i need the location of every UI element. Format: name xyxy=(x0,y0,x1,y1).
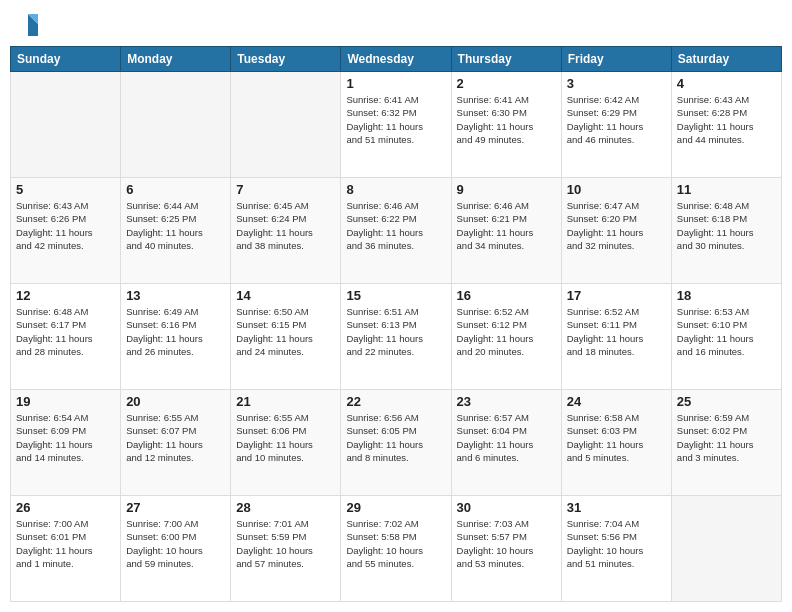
day-cell xyxy=(231,72,341,178)
day-info: Sunrise: 6:58 AM Sunset: 6:03 PM Dayligh… xyxy=(567,411,666,464)
day-info: Sunrise: 6:57 AM Sunset: 6:04 PM Dayligh… xyxy=(457,411,556,464)
day-number: 16 xyxy=(457,288,556,303)
day-cell: 5Sunrise: 6:43 AM Sunset: 6:26 PM Daylig… xyxy=(11,178,121,284)
day-cell: 4Sunrise: 6:43 AM Sunset: 6:28 PM Daylig… xyxy=(671,72,781,178)
day-cell: 9Sunrise: 6:46 AM Sunset: 6:21 PM Daylig… xyxy=(451,178,561,284)
week-row-1: 1Sunrise: 6:41 AM Sunset: 6:32 PM Daylig… xyxy=(11,72,782,178)
day-info: Sunrise: 6:52 AM Sunset: 6:11 PM Dayligh… xyxy=(567,305,666,358)
day-info: Sunrise: 7:02 AM Sunset: 5:58 PM Dayligh… xyxy=(346,517,445,570)
day-cell: 26Sunrise: 7:00 AM Sunset: 6:01 PM Dayli… xyxy=(11,496,121,602)
day-number: 5 xyxy=(16,182,115,197)
day-number: 2 xyxy=(457,76,556,91)
day-info: Sunrise: 7:00 AM Sunset: 6:01 PM Dayligh… xyxy=(16,517,115,570)
week-row-5: 26Sunrise: 7:00 AM Sunset: 6:01 PM Dayli… xyxy=(11,496,782,602)
logo xyxy=(10,10,44,40)
day-cell: 3Sunrise: 6:42 AM Sunset: 6:29 PM Daylig… xyxy=(561,72,671,178)
day-info: Sunrise: 6:44 AM Sunset: 6:25 PM Dayligh… xyxy=(126,199,225,252)
day-cell: 28Sunrise: 7:01 AM Sunset: 5:59 PM Dayli… xyxy=(231,496,341,602)
day-cell: 8Sunrise: 6:46 AM Sunset: 6:22 PM Daylig… xyxy=(341,178,451,284)
day-number: 23 xyxy=(457,394,556,409)
day-number: 4 xyxy=(677,76,776,91)
header-row: SundayMondayTuesdayWednesdayThursdayFrid… xyxy=(11,47,782,72)
day-number: 20 xyxy=(126,394,225,409)
day-info: Sunrise: 6:54 AM Sunset: 6:09 PM Dayligh… xyxy=(16,411,115,464)
day-header-sunday: Sunday xyxy=(11,47,121,72)
day-info: Sunrise: 6:51 AM Sunset: 6:13 PM Dayligh… xyxy=(346,305,445,358)
day-number: 25 xyxy=(677,394,776,409)
day-number: 12 xyxy=(16,288,115,303)
day-number: 31 xyxy=(567,500,666,515)
day-cell: 11Sunrise: 6:48 AM Sunset: 6:18 PM Dayli… xyxy=(671,178,781,284)
day-number: 17 xyxy=(567,288,666,303)
day-cell: 20Sunrise: 6:55 AM Sunset: 6:07 PM Dayli… xyxy=(121,390,231,496)
day-info: Sunrise: 6:48 AM Sunset: 6:18 PM Dayligh… xyxy=(677,199,776,252)
day-number: 10 xyxy=(567,182,666,197)
day-cell: 19Sunrise: 6:54 AM Sunset: 6:09 PM Dayli… xyxy=(11,390,121,496)
day-number: 19 xyxy=(16,394,115,409)
day-number: 27 xyxy=(126,500,225,515)
day-info: Sunrise: 7:03 AM Sunset: 5:57 PM Dayligh… xyxy=(457,517,556,570)
day-info: Sunrise: 6:47 AM Sunset: 6:20 PM Dayligh… xyxy=(567,199,666,252)
day-cell: 7Sunrise: 6:45 AM Sunset: 6:24 PM Daylig… xyxy=(231,178,341,284)
day-number: 30 xyxy=(457,500,556,515)
day-cell: 23Sunrise: 6:57 AM Sunset: 6:04 PM Dayli… xyxy=(451,390,561,496)
week-row-2: 5Sunrise: 6:43 AM Sunset: 6:26 PM Daylig… xyxy=(11,178,782,284)
day-info: Sunrise: 6:46 AM Sunset: 6:22 PM Dayligh… xyxy=(346,199,445,252)
day-number: 29 xyxy=(346,500,445,515)
day-info: Sunrise: 6:41 AM Sunset: 6:32 PM Dayligh… xyxy=(346,93,445,146)
day-cell: 27Sunrise: 7:00 AM Sunset: 6:00 PM Dayli… xyxy=(121,496,231,602)
day-cell: 14Sunrise: 6:50 AM Sunset: 6:15 PM Dayli… xyxy=(231,284,341,390)
day-info: Sunrise: 6:56 AM Sunset: 6:05 PM Dayligh… xyxy=(346,411,445,464)
day-header-saturday: Saturday xyxy=(671,47,781,72)
day-info: Sunrise: 7:04 AM Sunset: 5:56 PM Dayligh… xyxy=(567,517,666,570)
day-cell: 21Sunrise: 6:55 AM Sunset: 6:06 PM Dayli… xyxy=(231,390,341,496)
day-info: Sunrise: 6:50 AM Sunset: 6:15 PM Dayligh… xyxy=(236,305,335,358)
day-info: Sunrise: 6:49 AM Sunset: 6:16 PM Dayligh… xyxy=(126,305,225,358)
day-number: 3 xyxy=(567,76,666,91)
day-number: 15 xyxy=(346,288,445,303)
day-number: 21 xyxy=(236,394,335,409)
week-row-3: 12Sunrise: 6:48 AM Sunset: 6:17 PM Dayli… xyxy=(11,284,782,390)
day-info: Sunrise: 6:41 AM Sunset: 6:30 PM Dayligh… xyxy=(457,93,556,146)
day-number: 24 xyxy=(567,394,666,409)
day-info: Sunrise: 6:45 AM Sunset: 6:24 PM Dayligh… xyxy=(236,199,335,252)
day-cell: 29Sunrise: 7:02 AM Sunset: 5:58 PM Dayli… xyxy=(341,496,451,602)
day-cell: 25Sunrise: 6:59 AM Sunset: 6:02 PM Dayli… xyxy=(671,390,781,496)
page: SundayMondayTuesdayWednesdayThursdayFrid… xyxy=(0,0,792,612)
day-header-tuesday: Tuesday xyxy=(231,47,341,72)
day-number: 6 xyxy=(126,182,225,197)
day-header-monday: Monday xyxy=(121,47,231,72)
day-info: Sunrise: 6:46 AM Sunset: 6:21 PM Dayligh… xyxy=(457,199,556,252)
day-number: 7 xyxy=(236,182,335,197)
day-info: Sunrise: 6:53 AM Sunset: 6:10 PM Dayligh… xyxy=(677,305,776,358)
header xyxy=(10,10,782,40)
day-info: Sunrise: 7:00 AM Sunset: 6:00 PM Dayligh… xyxy=(126,517,225,570)
day-cell: 16Sunrise: 6:52 AM Sunset: 6:12 PM Dayli… xyxy=(451,284,561,390)
day-number: 28 xyxy=(236,500,335,515)
day-cell: 22Sunrise: 6:56 AM Sunset: 6:05 PM Dayli… xyxy=(341,390,451,496)
day-cell: 2Sunrise: 6:41 AM Sunset: 6:30 PM Daylig… xyxy=(451,72,561,178)
day-info: Sunrise: 6:42 AM Sunset: 6:29 PM Dayligh… xyxy=(567,93,666,146)
day-header-wednesday: Wednesday xyxy=(341,47,451,72)
day-number: 9 xyxy=(457,182,556,197)
day-number: 26 xyxy=(16,500,115,515)
day-cell: 1Sunrise: 6:41 AM Sunset: 6:32 PM Daylig… xyxy=(341,72,451,178)
day-number: 1 xyxy=(346,76,445,91)
day-cell xyxy=(11,72,121,178)
day-number: 13 xyxy=(126,288,225,303)
day-info: Sunrise: 6:55 AM Sunset: 6:07 PM Dayligh… xyxy=(126,411,225,464)
day-number: 18 xyxy=(677,288,776,303)
day-header-thursday: Thursday xyxy=(451,47,561,72)
day-cell xyxy=(121,72,231,178)
day-info: Sunrise: 7:01 AM Sunset: 5:59 PM Dayligh… xyxy=(236,517,335,570)
day-info: Sunrise: 6:43 AM Sunset: 6:26 PM Dayligh… xyxy=(16,199,115,252)
day-info: Sunrise: 6:59 AM Sunset: 6:02 PM Dayligh… xyxy=(677,411,776,464)
day-cell: 10Sunrise: 6:47 AM Sunset: 6:20 PM Dayli… xyxy=(561,178,671,284)
day-number: 8 xyxy=(346,182,445,197)
day-cell: 17Sunrise: 6:52 AM Sunset: 6:11 PM Dayli… xyxy=(561,284,671,390)
logo-icon xyxy=(10,10,40,40)
day-cell: 13Sunrise: 6:49 AM Sunset: 6:16 PM Dayli… xyxy=(121,284,231,390)
day-cell xyxy=(671,496,781,602)
calendar: SundayMondayTuesdayWednesdayThursdayFrid… xyxy=(10,46,782,602)
day-info: Sunrise: 6:43 AM Sunset: 6:28 PM Dayligh… xyxy=(677,93,776,146)
